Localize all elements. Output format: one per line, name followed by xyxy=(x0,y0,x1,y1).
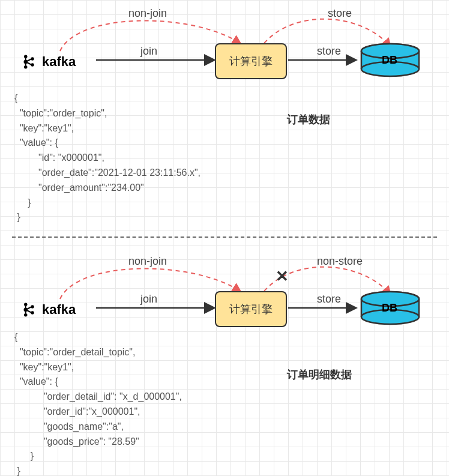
kafka-label: kafka xyxy=(42,302,76,318)
json-block-bottom: { "topic":"order_detail_topic", "key":"k… xyxy=(14,330,182,476)
json-block-top: { "topic":"order_topic", "key":"key1", "… xyxy=(14,91,200,225)
svg-point-27 xyxy=(24,313,28,317)
svg-point-18 xyxy=(24,65,28,69)
svg-line-23 xyxy=(27,59,31,61)
svg-line-33 xyxy=(27,310,31,312)
kafka-icon xyxy=(20,301,38,319)
engine-box-top: 计算引擎 xyxy=(215,43,287,79)
kafka-logo-bottom: kafka xyxy=(20,301,76,319)
svg-line-32 xyxy=(27,307,31,309)
kafka-icon xyxy=(20,53,38,71)
section-title-top: 订单数据 xyxy=(287,112,330,127)
svg-point-29 xyxy=(31,311,34,315)
section-divider xyxy=(12,236,437,238)
arc-store-label-top: store xyxy=(328,7,352,20)
nonstore-label-bottom: non-store xyxy=(317,255,363,268)
section-title-bottom: 订单明细数据 xyxy=(287,367,352,382)
svg-point-20 xyxy=(31,63,34,67)
engine-label: 计算引擎 xyxy=(229,54,273,68)
join-label-bottom: join xyxy=(140,293,157,306)
svg-point-16 xyxy=(24,55,28,59)
join-label-top: join xyxy=(140,45,157,58)
svg-point-17 xyxy=(24,60,28,64)
kafka-label: kafka xyxy=(42,54,76,70)
svg-point-19 xyxy=(31,57,34,61)
svg-point-25 xyxy=(24,303,28,307)
engine-label: 计算引擎 xyxy=(229,302,273,316)
db-label-bottom: DB xyxy=(382,302,397,315)
x-mark-icon: ✕ xyxy=(276,267,289,286)
db-label-top: DB xyxy=(382,54,397,67)
store-label-top: store xyxy=(317,45,341,58)
svg-line-24 xyxy=(27,62,31,64)
nonjoin-label-bottom: non-join xyxy=(128,255,167,268)
nonjoin-label-top: non-join xyxy=(128,7,167,20)
kafka-logo-top: kafka xyxy=(20,53,76,71)
svg-point-26 xyxy=(24,308,28,312)
svg-point-28 xyxy=(31,305,34,309)
store-label-bottom: store xyxy=(317,293,341,306)
engine-box-bottom: 计算引擎 xyxy=(215,291,287,327)
